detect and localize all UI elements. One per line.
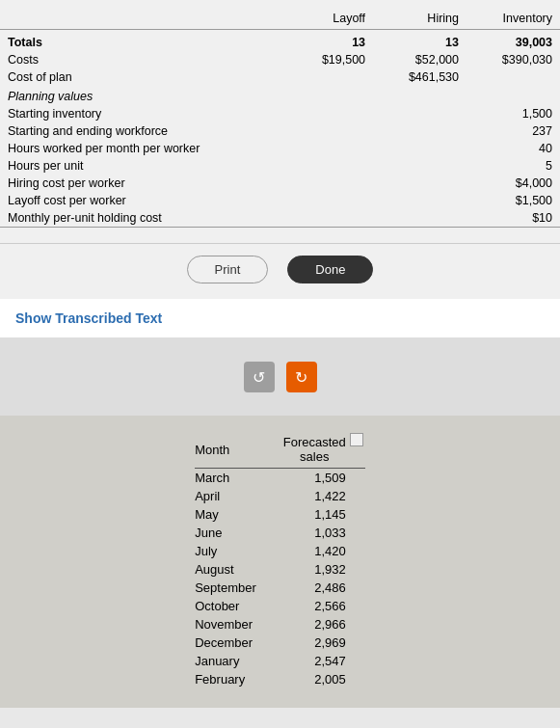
- totals-hiring: 13: [373, 30, 467, 52]
- forecast-month: July: [195, 542, 276, 560]
- forecast-row: March 1,509: [195, 469, 365, 488]
- resize-handle[interactable]: [350, 433, 363, 446]
- forecast-row: January 2,547: [195, 652, 365, 670]
- undo-icon: ↺: [253, 368, 265, 387]
- starting-inventory-label: Starting inventory: [0, 105, 289, 122]
- forecast-month: October: [195, 597, 276, 615]
- redo-icon: ↻: [295, 368, 307, 387]
- forecast-month: December: [195, 634, 276, 652]
- hiring-cost-val: $4,000: [467, 175, 560, 192]
- forecast-sales: 2,005: [276, 670, 365, 688]
- starting-ending-val: 237: [467, 122, 560, 140]
- hours-per-unit-label: Hours per unit: [0, 157, 289, 175]
- hours-worked-val: 40: [467, 140, 560, 157]
- show-transcribed-link[interactable]: Show Transcribed Text: [15, 310, 162, 326]
- cost-of-plan-hiring: $461,530: [373, 68, 467, 86]
- layoff-cost-val: $1,500: [467, 192, 560, 209]
- totals-layoff: 13: [289, 30, 373, 52]
- forecast-row: November 2,966: [195, 615, 365, 634]
- forecast-month: November: [195, 615, 276, 634]
- forecast-row: December 2,969: [195, 634, 365, 652]
- forecast-table: Month Forecastedsales March 1,509 April …: [195, 431, 365, 688]
- forecast-sales: 2,547: [276, 652, 365, 670]
- forecast-col-month: Month: [195, 431, 276, 469]
- costs-label: Costs: [0, 51, 289, 68]
- table-row-hiring-cost: Hiring cost per worker $4,000: [0, 175, 560, 192]
- buttons-area: Print Done: [0, 244, 560, 299]
- forecast-month: May: [195, 505, 276, 524]
- forecast-row: October 2,566: [195, 597, 365, 615]
- table-row-starting-inventory: Starting inventory 1,500: [0, 105, 560, 122]
- forecast-sales: 2,969: [276, 634, 365, 652]
- forecast-sales: 1,509: [276, 469, 365, 488]
- forecast-sales: 1,422: [276, 487, 365, 505]
- forecast-section: Month Forecastedsales March 1,509 April …: [0, 416, 560, 708]
- col-header-inventory: Inventory: [467, 8, 560, 30]
- forecast-sales: 1,145: [276, 505, 365, 524]
- table-row-costs: Costs $19,500 $52,000 $390,030: [0, 51, 560, 68]
- done-button[interactable]: Done: [287, 256, 373, 283]
- forecast-month: January: [195, 652, 276, 670]
- costs-layoff: $19,500: [289, 51, 373, 68]
- col-header-layoff: Layoff: [289, 8, 373, 30]
- table-row-planning: Planning values: [0, 86, 560, 105]
- forecast-row: February 2,005: [195, 670, 365, 688]
- print-button[interactable]: Print: [187, 256, 269, 283]
- cost-of-plan-layoff: [289, 68, 373, 86]
- forecast-month: April: [195, 487, 276, 505]
- table-row-holding-cost: Monthly per-unit holding cost $10: [0, 209, 560, 228]
- totals-label: Totals: [0, 30, 289, 52]
- layoff-cost-label: Layoff cost per worker: [0, 192, 289, 209]
- monthly-holding-label: Monthly per-unit holding cost: [0, 209, 289, 228]
- forecast-row: August 1,932: [195, 560, 365, 579]
- forecast-month: March: [195, 469, 276, 488]
- hours-per-unit-val: 5: [467, 157, 560, 175]
- table-row-hours-per-unit: Hours per unit 5: [0, 157, 560, 175]
- transcribed-section: Show Transcribed Text: [0, 299, 560, 338]
- starting-ending-label: Starting and ending workforce: [0, 122, 289, 140]
- forecast-sales: 2,566: [276, 597, 365, 615]
- forecast-month: September: [195, 579, 276, 597]
- costs-inventory: $390,030: [467, 51, 560, 68]
- table-row-hours-worked: Hours worked per month per worker 40: [0, 140, 560, 157]
- planning-label: Planning values: [0, 86, 289, 105]
- table-row-cost-of-plan: Cost of plan $461,530: [0, 68, 560, 86]
- col-header-label: [0, 8, 289, 30]
- starting-inventory-val: 1,500: [467, 105, 560, 122]
- undo-button[interactable]: ↺: [244, 362, 275, 392]
- summary-table: Layoff Hiring Inventory Totals 13 13 39,…: [0, 8, 560, 228]
- forecast-wrapper: Month Forecastedsales March 1,509 April …: [0, 431, 560, 688]
- hours-worked-label: Hours worked per month per worker: [0, 140, 289, 157]
- cost-of-plan-inventory: [467, 68, 560, 86]
- table-row-totals: Totals 13 13 39,003: [0, 30, 560, 52]
- forecast-row: September 2,486: [195, 579, 365, 597]
- col-header-hiring: Hiring: [373, 8, 467, 30]
- summary-section: Layoff Hiring Inventory Totals 13 13 39,…: [0, 0, 560, 244]
- hiring-cost-label: Hiring cost per worker: [0, 175, 289, 192]
- forecast-sales: 1,420: [276, 542, 365, 560]
- forecast-row: May 1,145: [195, 505, 365, 524]
- forecast-row: June 1,033: [195, 524, 365, 542]
- forecast-row: April 1,422: [195, 487, 365, 505]
- forecast-sales: 2,486: [276, 579, 365, 597]
- forecast-container: Month Forecastedsales March 1,509 April …: [195, 431, 365, 688]
- controls-area: ↺ ↻: [0, 338, 560, 416]
- forecast-sales: 1,033: [276, 524, 365, 542]
- forecast-month: February: [195, 670, 276, 688]
- costs-hiring: $52,000: [373, 51, 467, 68]
- table-row-starting-ending: Starting and ending workforce 237: [0, 122, 560, 140]
- totals-inventory: 39,003: [467, 30, 560, 52]
- monthly-holding-val: $10: [467, 209, 560, 228]
- table-row-layoff-cost: Layoff cost per worker $1,500: [0, 192, 560, 209]
- forecast-row: July 1,420: [195, 542, 365, 560]
- forecast-sales: 2,966: [276, 615, 365, 634]
- forecast-month: June: [195, 524, 276, 542]
- cost-of-plan-label: Cost of plan: [0, 68, 289, 86]
- forecast-month: August: [195, 560, 276, 579]
- forecast-sales: 1,932: [276, 560, 365, 579]
- redo-button[interactable]: ↻: [286, 362, 317, 392]
